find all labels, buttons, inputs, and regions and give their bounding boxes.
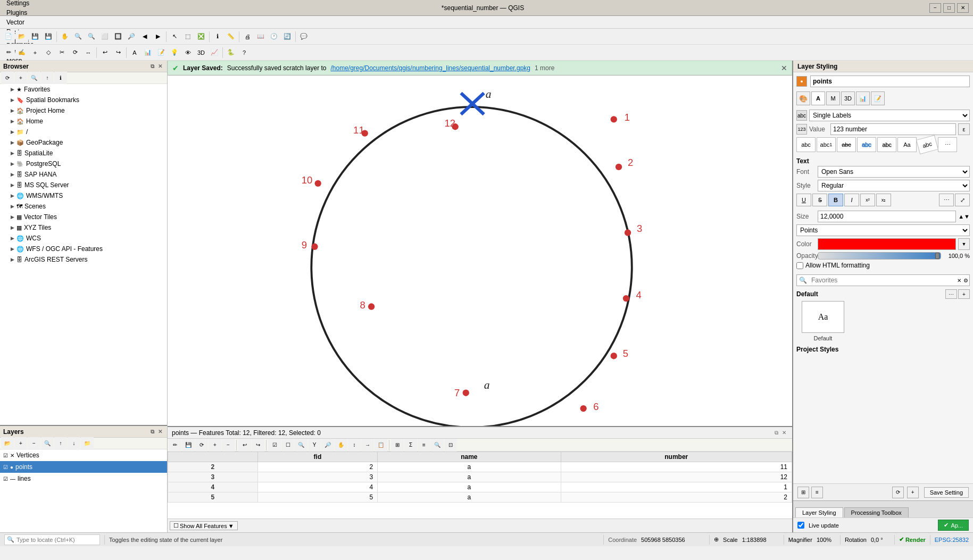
- attr-table-float[interactable]: ⧉: [772, 429, 780, 437]
- browser-item-wmsslashwmts[interactable]: ▶🌐WMS/WMTS: [0, 190, 167, 201]
- col-name[interactable]: name: [378, 452, 561, 462]
- browser-item-vector-tiles[interactable]: ▶▦Vector Tiles: [0, 212, 167, 222]
- subscript-btn[interactable]: x₂: [876, 194, 891, 206]
- offset-btn[interactable]: ↔: [82, 46, 95, 59]
- browser-item-geopackage[interactable]: ▶📦GeoPackage: [0, 137, 167, 148]
- layer-name-input[interactable]: [810, 76, 970, 87]
- close-button[interactable]: ✕: [957, 3, 969, 13]
- abc-shadow-btn[interactable]: abc: [877, 137, 896, 152]
- 3d-btn[interactable]: 3D: [195, 46, 207, 59]
- opacity-slider[interactable]: [818, 252, 941, 260]
- attr-calc-btn[interactable]: Σ: [404, 439, 417, 452]
- browser-panel-float[interactable]: ⧉: [148, 63, 156, 70]
- attr-refresh-btn[interactable]: ⟳: [195, 439, 208, 452]
- map-tips-btn[interactable]: 💡: [168, 46, 181, 59]
- diagram-btn[interactable]: 📊: [142, 46, 154, 59]
- favorites-action-btn2[interactable]: +: [958, 289, 970, 299]
- python-btn[interactable]: 🐍: [224, 46, 237, 59]
- attr-column-btn[interactable]: ⊞: [391, 439, 404, 452]
- temporal-btn[interactable]: 🕐: [268, 30, 280, 43]
- layers-filter-btn[interactable]: 🔍: [41, 437, 54, 450]
- style-mask-btn[interactable]: M: [826, 91, 840, 105]
- browser-home-btn[interactable]: ⟳: [1, 72, 14, 85]
- layers-add-btn[interactable]: +: [14, 437, 27, 450]
- allow-html-checkbox[interactable]: [796, 262, 803, 269]
- new-project-btn[interactable]: 📄: [2, 30, 15, 43]
- layer-notes-btn[interactable]: 📝: [155, 46, 168, 59]
- abc-normal-btn[interactable]: abc: [796, 137, 816, 152]
- live-update-checkbox[interactable]: [797, 522, 804, 529]
- add-feature-btn[interactable]: +: [29, 46, 41, 59]
- extra-btn1[interactable]: ⋯: [939, 194, 954, 206]
- table-row[interactable]: 44a1: [168, 482, 792, 492]
- measure-btn[interactable]: 📏: [224, 30, 237, 43]
- attr-undo-btn[interactable]: ↩: [238, 439, 251, 452]
- col-fid[interactable]: fid: [257, 452, 378, 462]
- abc-outline-btn[interactable]: abc: [857, 137, 876, 152]
- attr-deselect-btn[interactable]: ☐: [281, 439, 294, 452]
- help-btn[interactable]: ?: [238, 46, 251, 59]
- favorites-search-clear-btn[interactable]: ✕: [956, 278, 962, 283]
- save-settings-extra-btn1[interactable]: ⟳: [892, 487, 904, 498]
- attr-add-row-btn[interactable]: +: [209, 439, 221, 452]
- style-notes-btn[interactable]: 📝: [871, 91, 885, 105]
- abc-bg-btn[interactable]: Aa: [897, 137, 917, 152]
- save-settings-button[interactable]: Save Setting: [924, 487, 969, 498]
- menu-item-plugins[interactable]: Plugins: [2, 8, 42, 18]
- default-style-box[interactable]: Aa: [802, 301, 844, 333]
- browser-item-slash[interactable]: ▶📁/: [0, 127, 167, 137]
- identify-btn[interactable]: ℹ: [211, 30, 224, 43]
- deselect-btn[interactable]: ❎: [195, 30, 207, 43]
- attr-form-btn[interactable]: 📋: [375, 439, 387, 452]
- abc-rot-btn[interactable]: abc: [916, 135, 938, 154]
- save-settings-grid-btn2[interactable]: ≡: [811, 487, 823, 498]
- refresh-btn[interactable]: 🔄: [281, 30, 294, 43]
- delete-btn[interactable]: ✂: [55, 46, 68, 59]
- layers-open-btn[interactable]: 📂: [1, 437, 14, 450]
- attr-save-btn[interactable]: 💾: [182, 439, 195, 452]
- tab-processing-toolbox[interactable]: Processing Toolbox: [844, 507, 909, 517]
- label-btn[interactable]: A: [128, 46, 141, 59]
- digitize-btn[interactable]: ✍: [15, 46, 28, 59]
- table-row[interactable]: 33a12: [168, 472, 792, 482]
- superscript-btn[interactable]: x²: [860, 194, 875, 206]
- browser-collapse-btn[interactable]: ↑: [41, 72, 54, 85]
- map-canvas[interactable]: 1 2 3 4 5 6 7 8 9 10 11 12 a a: [168, 76, 792, 426]
- show-all-features-btn[interactable]: ☐ Show All Features ▼: [170, 521, 238, 530]
- value-input[interactable]: [830, 123, 956, 135]
- zoom-out-btn[interactable]: 🔍: [85, 30, 98, 43]
- zoom-layer-btn[interactable]: 🔲: [112, 30, 124, 43]
- zoom-forward-btn[interactable]: ▶: [152, 30, 164, 43]
- tab-layer-styling[interactable]: Layer Styling: [795, 507, 843, 517]
- attr-invert-select-btn[interactable]: ↕: [348, 439, 361, 452]
- layers-group-btn[interactable]: 📁: [81, 437, 94, 450]
- pan-btn[interactable]: ✋: [59, 30, 71, 43]
- atlas-btn[interactable]: 📖: [254, 30, 267, 43]
- maximize-button[interactable]: □: [943, 3, 955, 13]
- attr-table-wrapper[interactable]: fid name number 22a1133a1244a155a2: [168, 452, 792, 519]
- underline-btn[interactable]: U: [796, 194, 811, 206]
- attr-select-all-btn[interactable]: ☑: [268, 439, 281, 452]
- layers-remove-btn[interactable]: −: [28, 437, 40, 450]
- font-select[interactable]: Open Sans: [818, 166, 970, 178]
- attr-search-btn[interactable]: 🔍: [431, 439, 444, 452]
- minimize-button[interactable]: −: [929, 3, 941, 13]
- notif-close-btn[interactable]: ✕: [781, 64, 787, 72]
- layer-item-vertices[interactable]: ☑✕Vertices: [0, 449, 167, 461]
- layers-down-btn[interactable]: ↓: [68, 437, 80, 450]
- attr-zoom-select-btn[interactable]: 🔎: [321, 439, 334, 452]
- browser-add-btn[interactable]: +: [14, 72, 27, 85]
- browser-item-postgresql[interactable]: ▶🐘PostgreSQL: [0, 158, 167, 169]
- bold-btn[interactable]: B: [828, 194, 843, 206]
- layer-item-lines[interactable]: ☑—lines: [0, 473, 167, 484]
- open-project-btn[interactable]: 📂: [15, 30, 28, 43]
- vertex-edit-btn[interactable]: ◇: [42, 46, 55, 59]
- attr-edit-btn[interactable]: ✏: [169, 439, 181, 452]
- browser-item-spatialite[interactable]: ▶🗄SpatiaLite: [0, 148, 167, 158]
- save-as-btn[interactable]: 💾: [42, 30, 55, 43]
- apply-button[interactable]: ✔ Ap...: [938, 520, 969, 531]
- zoom-selection-btn[interactable]: 🔎: [125, 30, 138, 43]
- zoom-in-btn[interactable]: 🔍: [72, 30, 85, 43]
- favorites-action-btn1[interactable]: ⋯: [945, 289, 957, 299]
- abc-extra-btn[interactable]: ⋯: [938, 137, 957, 152]
